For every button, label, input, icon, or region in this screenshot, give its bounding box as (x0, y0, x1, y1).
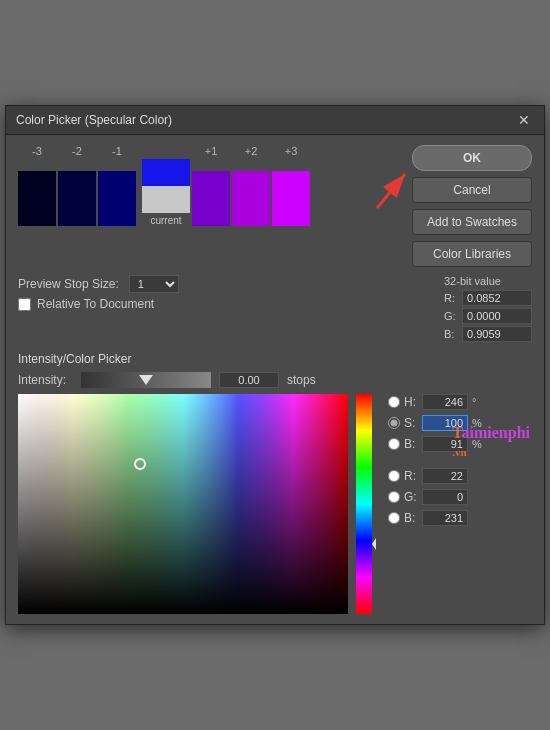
bit-g-row: G: (444, 308, 532, 324)
b2-radio[interactable] (388, 512, 400, 524)
left-options: Preview Stop Size: 1 2 3 Relative To Doc… (18, 275, 414, 319)
svg-rect-2 (18, 394, 348, 614)
bit-g-label: G: (444, 310, 458, 322)
hsb-s-row: S: % (388, 415, 532, 431)
current-swatch-new (142, 159, 190, 186)
swatch-pos2[interactable] (232, 171, 270, 226)
svg-rect-3 (356, 394, 372, 614)
b-radio[interactable] (388, 438, 400, 450)
bit-r-row: R: (444, 290, 532, 306)
top-section: -3 -2 -1 +1 +2 +3 (18, 145, 532, 267)
bit-values-title: 32-bit value (444, 275, 532, 287)
s-unit: % (472, 417, 486, 429)
relative-to-doc-row: Relative To Document (18, 297, 414, 311)
color-libraries-button[interactable]: Color Libraries (412, 241, 532, 267)
swatch-neg2[interactable] (58, 171, 96, 226)
preview-stop-row: Preview Stop Size: 1 2 3 (18, 275, 414, 293)
r-input[interactable] (422, 468, 468, 484)
spectrum-svg (18, 394, 348, 614)
intensity-section-title: Intensity/Color Picker (18, 352, 532, 366)
swatch-boxes: current (18, 159, 402, 226)
b-label: B: (404, 437, 418, 451)
bit-b-row: B: (444, 326, 532, 342)
g-label: G: (404, 490, 418, 504)
preview-stop-label: Preview Stop Size: (18, 277, 119, 291)
stops-label: stops (287, 373, 316, 387)
b2-label: B: (404, 511, 418, 525)
label-neg1: -1 (98, 145, 136, 157)
s-label: S: (404, 416, 418, 430)
label-neg2: -2 (58, 145, 96, 157)
label-pos3: +3 (272, 145, 310, 157)
h-label: H: (404, 395, 418, 409)
hsb-spacer (388, 457, 532, 463)
ok-button[interactable]: OK (412, 145, 532, 171)
swatch-number-labels: -3 -2 -1 +1 +2 +3 (18, 145, 402, 157)
hsb-h-row: H: ° (388, 394, 532, 410)
relative-to-doc-checkbox[interactable] (18, 298, 31, 311)
b-input[interactable] (422, 436, 468, 452)
swatch-neg1[interactable] (98, 171, 136, 226)
color-picker-dialog: Color Picker (Specular Color) ✕ -3 -2 -1… (5, 105, 545, 625)
b-unit: % (472, 438, 486, 450)
current-label: current (150, 215, 181, 226)
current-swatch-old (142, 186, 190, 213)
spectrum-wrapper[interactable] (18, 394, 348, 614)
intensity-slider[interactable] (81, 372, 211, 388)
r-radio[interactable] (388, 470, 400, 482)
bit-r-label: R: (444, 292, 458, 304)
bit-b-input[interactable] (462, 326, 532, 342)
values-section: Preview Stop Size: 1 2 3 Relative To Doc… (18, 275, 532, 344)
hue-strip-svg (354, 394, 376, 614)
hsb-controls: H: ° S: % B: (382, 394, 532, 526)
swatch-pos3[interactable] (272, 171, 310, 226)
cancel-button[interactable]: Cancel (412, 177, 532, 203)
bit-values: 32-bit value R: G: B: (444, 275, 532, 344)
s-input[interactable] (422, 415, 468, 431)
h-unit: ° (472, 396, 486, 408)
intensity-row: Intensity: stops (18, 372, 532, 388)
dialog-body: -3 -2 -1 +1 +2 +3 (6, 135, 544, 624)
swatch-neg3[interactable] (18, 171, 56, 226)
close-button[interactable]: ✕ (514, 112, 534, 128)
swatches-left: -3 -2 -1 +1 +2 +3 (18, 145, 402, 226)
right-buttons: OK Cancel Add to Swatches Color Librarie… (412, 145, 532, 267)
hue-strip-wrapper[interactable] (354, 394, 376, 614)
intensity-input[interactable] (219, 372, 279, 388)
label-pos1: +1 (192, 145, 230, 157)
relative-to-doc-label: Relative To Document (37, 297, 154, 311)
rgb-g-row: G: (388, 489, 532, 505)
svg-marker-4 (372, 538, 376, 550)
b2-input[interactable] (422, 510, 468, 526)
bit-r-input[interactable] (462, 290, 532, 306)
rgb-r-row: R: (388, 468, 532, 484)
g-radio[interactable] (388, 491, 400, 503)
intensity-section: Intensity/Color Picker Intensity: stops (18, 352, 532, 388)
h-radio[interactable] (388, 396, 400, 408)
s-radio[interactable] (388, 417, 400, 429)
bit-b-label: B: (444, 328, 458, 340)
hsb-area: Taimienphi .vn H: ° S: (382, 394, 532, 614)
label-pos2: +2 (232, 145, 270, 157)
current-swatch-wrapper: current (142, 159, 190, 226)
hsb-b-row: B: % (388, 436, 532, 452)
rgb-b-row: B: (388, 510, 532, 526)
preview-stop-select[interactable]: 1 2 3 (129, 275, 179, 293)
title-bar: Color Picker (Specular Color) ✕ (6, 106, 544, 135)
g-input[interactable] (422, 489, 468, 505)
h-input[interactable] (422, 394, 468, 410)
dialog-title: Color Picker (Specular Color) (16, 113, 172, 127)
picker-area: Taimienphi .vn H: ° S: (18, 394, 532, 614)
swatch-pos1[interactable] (192, 171, 230, 226)
bit-g-input[interactable] (462, 308, 532, 324)
current-spacer (138, 145, 190, 157)
current-swatch-box[interactable] (142, 159, 190, 213)
intensity-label: Intensity: (18, 373, 73, 387)
label-neg3: -3 (18, 145, 56, 157)
r-label: R: (404, 469, 418, 483)
add-to-swatches-button[interactable]: Add to Swatches (412, 209, 532, 235)
